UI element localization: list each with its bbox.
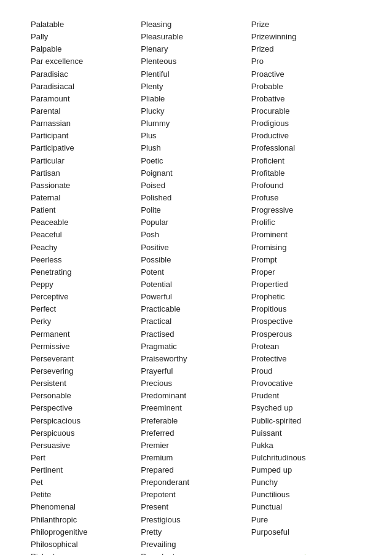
list-item: Prospective <box>251 315 361 328</box>
list-item: Punctual <box>251 501 361 513</box>
list-item: Prized <box>251 43 361 55</box>
list-item: Prayerful <box>141 365 251 377</box>
list-item: Psyched up <box>251 402 361 414</box>
list-item: Pumped up <box>251 464 361 476</box>
list-item: Predominant <box>141 390 251 402</box>
list-item: Provocative <box>251 377 361 390</box>
list-item: Proud <box>251 365 361 377</box>
list-item: Petite <box>31 489 141 501</box>
word-columns: PalatablePallyPalpablePar excellencePara… <box>31 18 361 555</box>
list-item: Perky <box>31 315 141 328</box>
list-item: Pro <box>251 55 361 68</box>
list-item: Patient <box>31 204 141 216</box>
list-item: Perspicacious <box>31 415 141 427</box>
list-item: Poetic <box>141 155 251 167</box>
list-item: Practised <box>141 328 251 340</box>
list-item: Picked <box>31 551 141 555</box>
list-item: Prize <box>251 18 361 31</box>
list-item: Poignant <box>141 167 251 179</box>
list-item: Peaceful <box>31 229 141 241</box>
list-item: Pretty <box>141 526 251 538</box>
list-item: Prodigious <box>251 117 361 130</box>
list-item: Peachy <box>31 242 141 254</box>
list-item: Plucky <box>141 105 251 117</box>
list-item: Participative <box>31 142 141 154</box>
list-item: Philosophical <box>31 538 141 551</box>
list-item: Participant <box>31 130 141 142</box>
list-item: Philanthropic <box>31 514 141 526</box>
list-item: Plenteous <box>141 55 251 68</box>
list-item: Polite <box>141 204 251 216</box>
list-item: Perseverant <box>31 353 141 365</box>
list-item: Profitable <box>251 167 361 179</box>
list-item: Purposeful <box>251 526 361 538</box>
list-item: Pleasurable <box>141 31 251 43</box>
list-item: Palatable <box>31 18 141 31</box>
list-item: Possible <box>141 254 251 266</box>
list-item: Powerful <box>141 291 251 303</box>
column-3: PrizePrizewinningPrizedProProactiveProba… <box>251 18 361 555</box>
column-2: PleasingPleasurablePlenaryPlenteousPlent… <box>141 18 251 555</box>
list-item: Pally <box>31 31 141 43</box>
list-item: Penetrating <box>31 266 141 278</box>
list-item: Praiseworthy <box>141 353 251 365</box>
list-item: Productive <box>251 130 361 142</box>
list-item: Pert <box>31 452 141 464</box>
list-item: Plus <box>141 130 251 142</box>
list-item: Punctilious <box>251 489 361 501</box>
list-item: Peerless <box>31 254 141 266</box>
list-item: Posh <box>141 229 251 241</box>
list-item: Prudent <box>251 390 361 402</box>
list-item: Probable <box>251 81 361 93</box>
list-item: Preeminent <box>141 402 251 414</box>
list-item: Philoprogenitive <box>31 526 141 538</box>
column-1: PalatablePallyPalpablePar excellencePara… <box>31 18 141 555</box>
list-item: Public-spirited <box>251 415 361 427</box>
list-item: Plenary <box>141 43 251 55</box>
list-item: Paramount <box>31 93 141 105</box>
list-item: Pragmatic <box>141 340 251 353</box>
page: PalatablePallyPalpablePar excellencePara… <box>0 0 392 555</box>
list-item: Preferable <box>141 415 251 427</box>
list-item: Persistent <box>31 377 141 390</box>
list-item: Preponderant <box>141 476 251 489</box>
list-item: Peppy <box>31 278 141 291</box>
list-item: Pleasing <box>141 18 251 31</box>
list-item: Preferred <box>141 427 251 439</box>
list-item: Particular <box>31 155 141 167</box>
list-item: Persevering <box>31 365 141 377</box>
list-item: Professional <box>251 142 361 154</box>
list-item: Puissant <box>251 427 361 439</box>
list-item: Prestigious <box>141 514 251 526</box>
list-item: Prevalent <box>141 551 251 555</box>
mascot-icon <box>278 551 334 555</box>
list-item: Parnassian <box>31 117 141 130</box>
list-item: Present <box>141 501 251 513</box>
list-item: Pet <box>31 476 141 489</box>
list-item: Prepared <box>141 464 251 476</box>
list-item: Perspective <box>31 402 141 414</box>
list-item: Prosperous <box>251 328 361 340</box>
list-item: Personable <box>31 390 141 402</box>
list-item: Procurable <box>251 105 361 117</box>
list-item: Paradisiac <box>31 68 141 81</box>
list-item: Plentiful <box>141 68 251 81</box>
list-item: Prolific <box>251 216 361 229</box>
list-item: Popular <box>141 216 251 229</box>
list-item: Plush <box>141 142 251 154</box>
list-item: Plummy <box>141 117 251 130</box>
list-item: Prevailing <box>141 538 251 551</box>
list-item: Profuse <box>251 192 361 204</box>
list-item: Passionate <box>31 179 141 192</box>
list-item: Practical <box>141 315 251 328</box>
list-item: Prompt <box>251 254 361 266</box>
list-item: Plenty <box>141 81 251 93</box>
list-item: Progressive <box>251 204 361 216</box>
list-item: Potential <box>141 278 251 291</box>
list-item: Promising <box>251 242 361 254</box>
list-item: Par excellence <box>31 55 141 68</box>
list-item: Prominent <box>251 229 361 241</box>
list-item: Perceptive <box>31 291 141 303</box>
list-item: Peaceable <box>31 216 141 229</box>
list-item: Propitious <box>251 303 361 315</box>
